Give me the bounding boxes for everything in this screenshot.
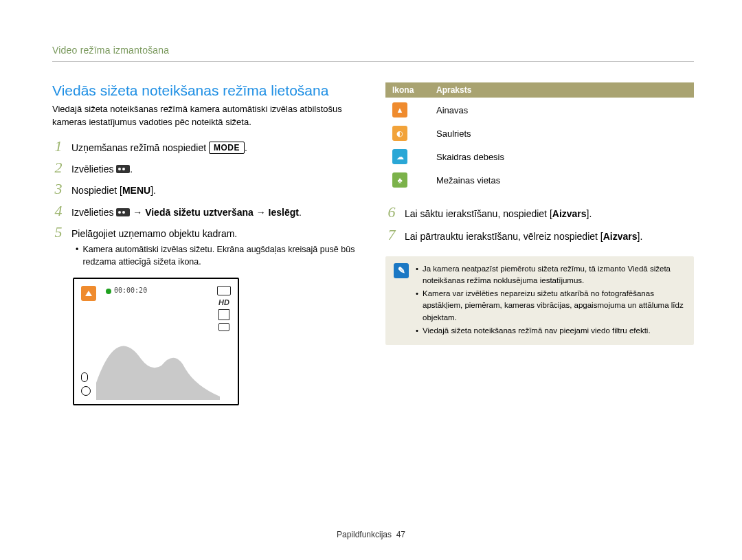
step-1-text-post: . <box>245 142 247 153</box>
step-4-bold: → Viedā sižetu uztveršana → Ieslēgt <box>130 207 299 218</box>
stabilizer-icon <box>81 386 91 396</box>
menu-button-label: MENU <box>122 185 150 196</box>
step-7-post: ]. <box>638 231 643 242</box>
left-column: Viedās sižeta noteikšanas režīma lietoša… <box>52 82 361 405</box>
intro-text: Viedajā sižeta noteikšanas režīmā kamera… <box>52 103 361 129</box>
table-cell: Skaidras debesis <box>429 145 694 168</box>
step-number: 3 <box>52 181 65 197</box>
right-column: Ikona Apraksts ▲ Ainavas ◐ Saulriets ☁ S… <box>385 82 694 405</box>
step-1: 1 Uzņemšanas režīmā nospiediet MODE. <box>52 139 361 155</box>
note-box: ✎ Ja kamera neatpazīst piemērotu sižeta … <box>385 256 694 346</box>
step-2: 2 Izvēlieties . <box>52 160 361 176</box>
step-4-text-pre: Izvēlieties <box>71 207 116 218</box>
step-3: 3 Nospiediet [MENU]. <box>52 181 361 197</box>
table-row: ◐ Saulriets <box>385 122 694 145</box>
page-title: Viedās sižeta noteikšanas režīma lietoša… <box>52 82 361 99</box>
forest-icon: ♣ <box>392 172 407 188</box>
scene-icon-table: Ikona Apraksts ▲ Ainavas ◐ Saulriets ☁ S… <box>385 82 694 192</box>
step-number: 2 <box>52 160 65 175</box>
step-6: 6 Lai sāktu ierakstīšanu, nospiediet [Ai… <box>385 205 694 221</box>
step-5-text: Pielāgojiet uzņemamo objektu kadram. <box>71 225 237 240</box>
recording-indicator-icon <box>106 289 111 294</box>
scene-landscape-icon <box>81 286 96 301</box>
hd-label: HD <box>218 298 229 306</box>
step-3-text-pre: Nospiediet <box>71 185 120 196</box>
step-5-sub-text: Kamera automātiski izvēlas sižetu. Ekrān… <box>82 243 361 268</box>
battery-icon <box>217 286 231 295</box>
step-3-text-post: . <box>153 185 156 196</box>
step-7: 7 Lai pārtrauktu ierakstīšanu, vēlreiz n… <box>385 227 694 243</box>
step-number: 7 <box>385 227 398 243</box>
note-item: Viedajā sižeta noteikšanas režīmā nav pi… <box>423 325 651 337</box>
step-4: 4 Izvēlieties → Viedā sižetu uztveršana … <box>52 203 361 219</box>
breadcrumb: Video režīma izmantošana <box>52 45 694 62</box>
step-number: 6 <box>385 205 398 220</box>
step-7-pre: Lai pārtrauktu ierakstīšanu, vēlreiz nos… <box>405 231 603 242</box>
step-4-post: . <box>299 207 302 218</box>
table-cell: Saulriets <box>429 122 694 145</box>
table-row: ▲ Ainavas <box>385 98 694 122</box>
table-row: ☁ Skaidras debesis <box>385 145 694 168</box>
footer-page: 47 <box>396 530 405 539</box>
aspect-icon <box>218 323 229 331</box>
note-item: Ja kamera neatpazīst piemērotu sižeta re… <box>423 263 686 287</box>
video-mode-icon <box>116 165 130 173</box>
step-1-text-pre: Uzņemšanas režīmā nospiediet <box>71 142 209 153</box>
step-number: 1 <box>52 139 65 154</box>
step-number: 5 <box>52 225 65 240</box>
timecode: 00:00:20 <box>114 287 147 294</box>
shutter-label: Aizvars <box>603 231 638 242</box>
mode-button-label: MODE <box>209 142 245 154</box>
landscape-icon: ▲ <box>392 102 407 117</box>
clear-sky-icon: ☁ <box>392 149 407 164</box>
page-footer: Papildfunkcijas 47 <box>0 530 742 539</box>
step-2-text: Izvēlieties <box>71 164 116 175</box>
note-item: Kamera var izvēlēties nepareizu sižetu a… <box>423 288 686 324</box>
step-5-sub: Kamera automātiski izvēlas sižetu. Ekrān… <box>76 243 361 268</box>
mic-icon <box>81 372 88 382</box>
table-header-icon: Ikona <box>385 82 429 98</box>
camera-screen-preview: 00:00:20 HD <box>73 278 239 405</box>
step-number: 4 <box>52 203 65 219</box>
step-5: 5 Pielāgojiet uzņemamo objektu kadram. <box>52 225 361 240</box>
step-6-pre: Lai sāktu ierakstīšanu, nospiediet [ <box>405 208 552 219</box>
shutter-label: Aizvars <box>552 208 587 219</box>
step-6-post: ]. <box>587 208 592 219</box>
table-cell: Ainavas <box>429 98 694 122</box>
video-mode-icon <box>116 208 130 216</box>
sunset-icon: ◐ <box>392 126 407 141</box>
mountains-graphic <box>96 317 220 400</box>
table-cell: Mežainas vietas <box>429 168 694 192</box>
footer-section: Papildfunkcijas <box>337 530 392 539</box>
info-icon: ✎ <box>394 263 409 278</box>
storage-icon <box>218 309 229 320</box>
table-header-desc: Apraksts <box>429 82 694 98</box>
step-2-post: . <box>130 164 133 175</box>
table-row: ♣ Mežainas vietas <box>385 168 694 192</box>
